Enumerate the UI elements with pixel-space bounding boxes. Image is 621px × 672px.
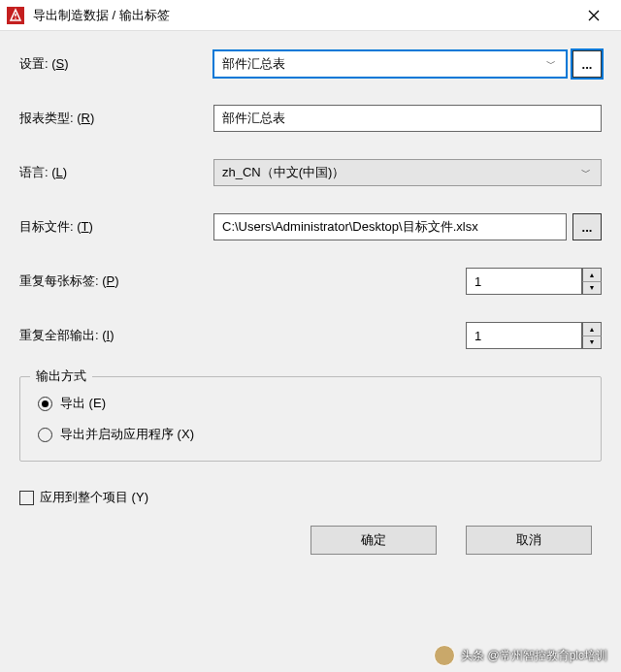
watermark: 头条 @常州智控教育plc培训: [434, 645, 607, 666]
label-report-type: 报表类型: (R): [19, 110, 213, 127]
radio-icon: [38, 397, 52, 411]
apply-project-checkbox[interactable]: 应用到整个项目 (Y): [19, 489, 602, 506]
row-settings: 设置: (S) 部件汇总表 ﹀ ...: [19, 50, 602, 78]
repeat-all-down[interactable]: ▼: [582, 336, 602, 350]
row-repeat-each: 重复每张标签: (P) 1 ▲ ▼: [19, 268, 602, 295]
watermark-avatar-icon: [434, 645, 455, 666]
report-type-input[interactable]: 部件汇总表: [213, 105, 602, 132]
window-title: 导出制造数据 / 输出标签: [33, 7, 574, 24]
dialog-window: 导出制造数据 / 输出标签 设置: (S) 部件汇总表 ﹀ ...: [0, 0, 621, 672]
language-combo[interactable]: zh_CN（中文(中国)） ﹀: [213, 159, 602, 186]
repeat-each-down[interactable]: ▼: [582, 281, 602, 296]
repeat-all-up[interactable]: ▲: [582, 322, 602, 336]
checkbox-icon: [19, 491, 34, 505]
row-repeat-all: 重复全部输出: (I) 1 ▲ ▼: [19, 322, 602, 349]
titlebar: 导出制造数据 / 输出标签: [0, 0, 621, 31]
svg-point-2: [15, 17, 16, 19]
row-language: 语言: (L) zh_CN（中文(中国)） ﹀: [19, 159, 602, 186]
app-icon: [6, 6, 25, 25]
ok-button[interactable]: 确定: [310, 526, 437, 555]
settings-browse-button[interactable]: ...: [572, 50, 602, 78]
settings-combo[interactable]: 部件汇总表 ﹀: [213, 50, 567, 78]
close-icon: [588, 10, 600, 21]
dialog-button-row: 确定 取消: [19, 526, 602, 555]
label-target-file: 目标文件: (T): [19, 218, 213, 236]
label-language: 语言: (L): [19, 164, 213, 181]
repeat-all-input[interactable]: 1: [466, 322, 582, 349]
row-report-type: 报表类型: (R) 部件汇总表: [19, 105, 602, 132]
output-mode-group: 输出方式 导出 (E) 导出并启动应用程序 (X): [19, 376, 602, 462]
label-settings: 设置: (S): [19, 55, 213, 73]
target-file-input[interactable]: C:\Users\Administrator\Desktop\目标文件.xlsx: [213, 213, 567, 240]
label-repeat-each: 重复每张标签: (P): [19, 272, 213, 290]
output-mode-title: 输出方式: [30, 368, 92, 385]
repeat-each-input[interactable]: 1: [466, 268, 582, 295]
chevron-down-icon: ﹀: [544, 57, 558, 71]
radio-icon: [38, 428, 52, 442]
row-target-file: 目标文件: (T) C:\Users\Administrator\Desktop…: [19, 213, 602, 240]
repeat-all-spinner: 1 ▲ ▼: [466, 322, 602, 349]
repeat-each-spinner: 1 ▲ ▼: [466, 268, 602, 295]
radio-export-launch[interactable]: 导出并启动应用程序 (X): [38, 426, 583, 443]
cancel-button[interactable]: 取消: [466, 526, 592, 555]
chevron-down-icon: ﹀: [579, 166, 593, 179]
target-file-browse-button[interactable]: ...: [572, 213, 602, 240]
label-repeat-all: 重复全部输出: (I): [19, 327, 213, 344]
dialog-content: 设置: (S) 部件汇总表 ﹀ ... 报表类型: (R) 部件汇总表: [0, 31, 621, 672]
repeat-each-up[interactable]: ▲: [582, 268, 602, 281]
close-button[interactable]: [574, 1, 613, 30]
radio-export[interactable]: 导出 (E): [38, 395, 583, 412]
